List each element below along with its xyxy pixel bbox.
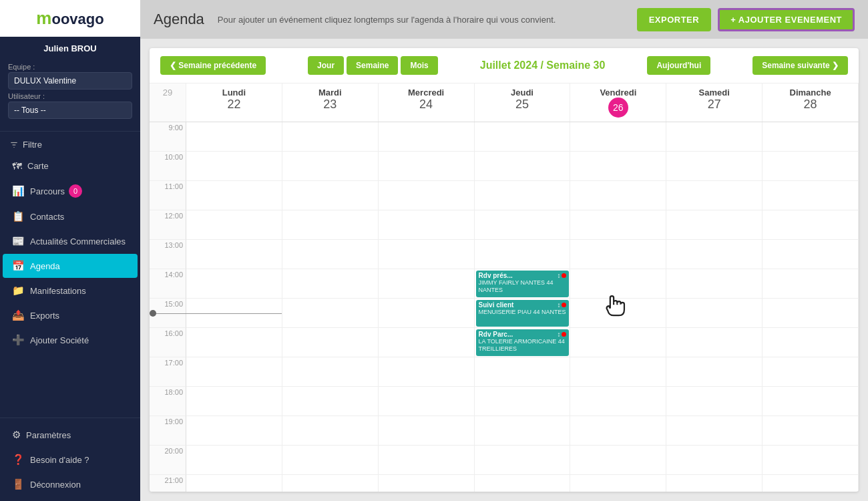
jour-button[interactable]: Jour: [308, 56, 344, 75]
sidebar-item-deconnexion[interactable]: 🚪 Déconnexion: [3, 472, 138, 496]
cell-row6-col2[interactable]: [379, 299, 475, 328]
cell-row4-col5[interactable]: [666, 240, 763, 269]
sidebar-item-actualites[interactable]: 📰 Actualités Commerciales: [3, 229, 138, 253]
cell-row1-col0[interactable]: [186, 152, 282, 181]
cell-row7-col0[interactable]: [186, 328, 282, 357]
cell-row5-col2[interactable]: [379, 269, 475, 299]
cell-row11-col0[interactable]: [186, 446, 282, 475]
cell-row8-col6[interactable]: [763, 357, 859, 387]
cell-row5-col4[interactable]: [570, 269, 666, 299]
cell-row11-col2[interactable]: [379, 446, 475, 475]
cell-row10-col5[interactable]: [666, 416, 763, 446]
sidebar-item-parametres[interactable]: ⚙ Paramètres: [3, 423, 138, 447]
cell-row2-col3[interactable]: [475, 181, 571, 210]
cell-row4-col3[interactable]: [475, 240, 571, 269]
cell-row10-col0[interactable]: [186, 416, 282, 446]
mois-button[interactable]: Mois: [401, 56, 437, 75]
cell-row4-col0[interactable]: [186, 240, 282, 269]
cell-row4-col1[interactable]: [282, 240, 379, 269]
cell-row2-col5[interactable]: [666, 181, 763, 210]
sidebar-item-manifestations[interactable]: 📁 Manifestations: [3, 279, 138, 303]
cell-row6-col0[interactable]: [186, 299, 282, 328]
cell-row3-col6[interactable]: [763, 210, 859, 240]
cell-row11-col6[interactable]: [763, 446, 859, 475]
cell-row8-col2[interactable]: [379, 357, 475, 387]
cell-row12-col2[interactable]: [379, 475, 475, 492]
cell-row12-col4[interactable]: [570, 475, 666, 492]
event-ev2[interactable]: Suivi client↕MENUISERIE PIAU 44 NANTES: [476, 300, 570, 327]
cell-row7-col2[interactable]: [379, 328, 475, 357]
cell-row3-col4[interactable]: [570, 210, 666, 240]
cell-row3-col2[interactable]: [379, 210, 475, 240]
cell-row8-col1[interactable]: [282, 357, 379, 387]
cell-row0-col4[interactable]: [570, 122, 666, 152]
cell-row11-col4[interactable]: [570, 446, 666, 475]
cell-row6-col1[interactable]: [282, 299, 379, 328]
cell-row4-col2[interactable]: [379, 240, 475, 269]
cell-row12-col0[interactable]: [186, 475, 282, 492]
cell-row7-col4[interactable]: [570, 328, 666, 357]
sidebar-item-contacts[interactable]: 📋 Contacts: [3, 204, 138, 228]
cell-row3-col0[interactable]: [186, 210, 282, 240]
cell-row7-col1[interactable]: [282, 328, 379, 357]
cell-row2-col2[interactable]: [379, 181, 475, 210]
sidebar-item-agenda[interactable]: 📅 Agenda: [3, 254, 138, 278]
cell-row8-col3[interactable]: [475, 357, 571, 387]
cell-row9-col6[interactable]: [763, 387, 859, 416]
cell-row5-col5[interactable]: [666, 269, 763, 299]
cell-row12-col1[interactable]: [282, 475, 379, 492]
cell-row5-col6[interactable]: [763, 269, 859, 299]
cell-row6-col5[interactable]: [666, 299, 763, 328]
next-week-button[interactable]: Semaine suivante ❯: [752, 56, 848, 75]
cell-row5-col1[interactable]: [282, 269, 379, 299]
cell-row0-col2[interactable]: [379, 122, 475, 152]
sidebar-item-ajouter-societe[interactable]: ➕ Ajouter Société: [3, 328, 138, 352]
cell-row2-col4[interactable]: [570, 181, 666, 210]
calendar-body[interactable]: 9:0010:0011:0012:0013:0014:0015:0016:001…: [150, 122, 859, 492]
event-ev3[interactable]: Rdv Parc...↕LA TOLERIE ARMORICAINE 44 TR…: [476, 329, 570, 356]
cell-row0-col0[interactable]: [186, 122, 282, 152]
cell-row3-col3[interactable]: [475, 210, 571, 240]
cell-row1-col2[interactable]: [379, 152, 475, 181]
cell-row3-col5[interactable]: [666, 210, 763, 240]
cell-row9-col1[interactable]: [282, 387, 379, 416]
cell-row12-col3[interactable]: [475, 475, 571, 492]
cell-row2-col1[interactable]: [282, 181, 379, 210]
cell-row1-col5[interactable]: [666, 152, 763, 181]
cell-row11-col5[interactable]: [666, 446, 763, 475]
cell-row7-col5[interactable]: [666, 328, 763, 357]
cell-row8-col5[interactable]: [666, 357, 763, 387]
cell-row10-col1[interactable]: [282, 416, 379, 446]
export-button[interactable]: EXPORTER: [637, 8, 712, 31]
cell-row9-col0[interactable]: [186, 387, 282, 416]
event-ev1[interactable]: Rdv prés...↕JIMMY FAIRLY NANTES 44 NANTE…: [476, 271, 570, 297]
cell-row2-col6[interactable]: [763, 181, 859, 210]
cell-row3-col1[interactable]: [282, 210, 379, 240]
sidebar-item-aide[interactable]: ❓ Besoin d'aide ?: [3, 448, 138, 472]
cell-row1-col4[interactable]: [570, 152, 666, 181]
cell-row9-col3[interactable]: [475, 387, 571, 416]
cell-row12-col6[interactable]: [763, 475, 859, 492]
sidebar-item-carte[interactable]: 🗺 Carte: [3, 154, 138, 178]
cell-row10-col4[interactable]: [570, 416, 666, 446]
add-event-button[interactable]: + AJOUTER EVENEMENT: [718, 8, 855, 31]
team-select[interactable]: DULUX Valentine: [8, 72, 132, 90]
cell-row9-col4[interactable]: [570, 387, 666, 416]
cell-row12-col5[interactable]: [666, 475, 763, 492]
cell-row2-col0[interactable]: [186, 181, 282, 210]
cell-row4-col6[interactable]: [763, 240, 859, 269]
user-select[interactable]: -- Tous --: [8, 102, 132, 119]
prev-week-button[interactable]: ❮ Semaine précédente: [160, 56, 266, 75]
cell-row1-col3[interactable]: [475, 152, 571, 181]
sidebar-item-exports[interactable]: 📤 Exports: [3, 303, 138, 327]
cell-row0-col1[interactable]: [282, 122, 379, 152]
cell-row9-col2[interactable]: [379, 387, 475, 416]
cell-row5-col0[interactable]: [186, 269, 282, 299]
semaine-button[interactable]: Semaine: [347, 56, 398, 75]
today-button[interactable]: Aujourd'hui: [647, 56, 710, 75]
filter-row[interactable]: Filtre: [0, 136, 140, 154]
cell-row0-col6[interactable]: [763, 122, 859, 152]
sidebar-item-parcours[interactable]: 📊 Parcours 0: [3, 178, 138, 204]
cell-row8-col4[interactable]: [570, 357, 666, 387]
cell-row10-col6[interactable]: [763, 416, 859, 446]
